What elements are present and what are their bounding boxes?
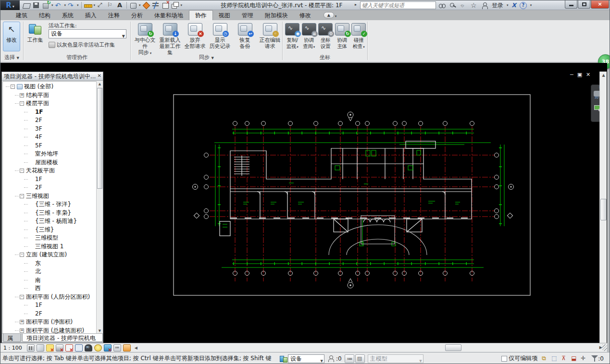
palette-tab[interactable]: 属性 <box>3 334 21 342</box>
ribbon-tab[interactable]: 分析 <box>125 11 149 21</box>
tree-item[interactable]: 三维视图 1 <box>3 243 97 251</box>
select-pinned-icon[interactable] <box>560 355 569 363</box>
ribbon-tab[interactable]: 协作 <box>189 10 213 20</box>
view-restore-button[interactable]: ▣ <box>577 72 582 78</box>
thin-lines-icon[interactable] <box>152 1 160 9</box>
chevron-down-icon[interactable]: ▾ <box>530 3 532 7</box>
tree-item[interactable]: 北 <box>3 267 97 276</box>
tree-item[interactable]: 2F <box>3 116 97 125</box>
gray-inactive-button[interactable] <box>355 354 365 363</box>
tree-expander[interactable]: + <box>20 328 24 333</box>
tree-expander[interactable]: - <box>20 101 24 106</box>
scrollbar-thumb[interactable] <box>97 88 102 189</box>
tree-expander[interactable]: - <box>20 295 24 299</box>
ribbon-tab[interactable]: 修改 <box>294 11 317 21</box>
view-scale-button[interactable]: 1 : 100 <box>3 345 22 351</box>
tree-item[interactable]: 2F <box>3 183 97 192</box>
chevron-down-icon[interactable]: ▾ <box>77 3 79 7</box>
view-close-button[interactable]: ✕ <box>586 72 590 78</box>
restore-button[interactable] <box>578 0 590 9</box>
scroll-up-icon[interactable]: ▲ <box>600 72 607 79</box>
aligned-dimension-icon[interactable] <box>97 1 105 9</box>
close-button[interactable]: × <box>591 0 609 9</box>
save-icon[interactable] <box>32 1 40 9</box>
communication-center-icon[interactable] <box>460 2 467 9</box>
ribbon-button[interactable]: 正在编辑 请求 <box>258 22 282 52</box>
drag-on-selection-icon[interactable] <box>580 355 588 363</box>
tree-expander[interactable]: + <box>20 93 24 97</box>
panel-label[interactable]: 同步 ▼ <box>131 54 282 61</box>
ribbon-tab[interactable]: 插入 <box>79 11 102 21</box>
tree-item[interactable]: {三维} <box>3 226 97 234</box>
close-inactive-windows-icon[interactable] <box>162 1 170 9</box>
tree-item[interactable]: {三维 - 杨雨迪} <box>3 217 97 226</box>
view-minimize-button[interactable]: ─ <box>570 72 573 78</box>
ribbon-tab[interactable]: 附加模块 <box>259 11 294 21</box>
tree-item[interactable]: - 楼层平面 <box>3 99 97 108</box>
crop-view-icon[interactable] <box>65 344 73 352</box>
vertical-scrollbar[interactable]: ▲ ▼ <box>599 72 607 352</box>
tree-expander[interactable]: + <box>20 320 24 324</box>
redo-icon[interactable] <box>67 1 75 9</box>
worksets-button[interactable]: 工作集 <box>25 22 45 52</box>
tree-item[interactable]: - 面积平面 (人防分区面积) <box>3 293 97 302</box>
search-icon[interactable] <box>439 2 446 9</box>
ribbon-button[interactable]: 与中心文件 同步 ▾ <box>133 22 157 52</box>
tree-item[interactable]: {三维 - 李枭} <box>3 209 97 218</box>
ribbon-tab[interactable]: 系统 <box>56 11 79 21</box>
signin-icon[interactable] <box>481 2 488 9</box>
ribbon-button[interactable]: 协调 查阅 ▾ <box>301 22 317 52</box>
chevron-down-icon[interactable]: ▾ <box>94 3 96 7</box>
tree-item[interactable]: - 三维视图 <box>3 192 97 201</box>
filter-icon[interactable] <box>591 355 598 362</box>
select-underlay-icon[interactable] <box>551 355 559 363</box>
tree-item[interactable]: 东 <box>3 259 97 268</box>
collapse-icon[interactable]: ◀ <box>135 346 137 350</box>
ribbon-tab[interactable]: 管理 <box>236 11 259 21</box>
panel-label[interactable]: 选择 ▼ <box>0 54 23 61</box>
tree-item[interactable]: 1F <box>3 301 97 310</box>
open-icon[interactable] <box>23 1 31 9</box>
worksets-dialog-button[interactable] <box>345 354 354 363</box>
close-icon[interactable]: ✕ <box>98 73 101 78</box>
tree-item[interactable]: + 结构平面 <box>3 91 97 100</box>
tree-expander[interactable]: - <box>11 85 15 89</box>
tree-item[interactable]: 5F <box>3 142 97 150</box>
tree-item[interactable]: - 立面 (建筑立面) <box>3 251 97 259</box>
tag-icon[interactable] <box>106 1 114 9</box>
subscription-icon[interactable] <box>449 2 457 9</box>
section-icon[interactable] <box>142 1 150 9</box>
ribbon-tab[interactable]: 体量和场地 <box>149 11 189 21</box>
ribbon-tab[interactable]: 结构 <box>33 11 56 21</box>
visual-style-icon[interactable] <box>37 344 44 352</box>
chevron-down-icon[interactable]: ▾ <box>335 14 337 18</box>
ribbon-button[interactable]: 重新载入 最新工作集 <box>158 22 182 52</box>
gray-inactive-worksets-toggle[interactable]: 以灰色显示非活动工作集 <box>49 41 115 49</box>
editing-requests-icon[interactable] <box>327 355 335 362</box>
temporary-hide-isolate-icon[interactable] <box>85 344 92 352</box>
tree-item[interactable]: 室外地坪 <box>3 150 97 158</box>
tree-item[interactable]: 南 <box>3 276 97 285</box>
text-icon[interactable] <box>116 1 124 9</box>
application-menu-button[interactable]: R▾ <box>0 0 20 11</box>
design-options-select[interactable]: 主模型▼ <box>368 354 423 363</box>
panel-label[interactable]: 坐标 <box>283 54 367 61</box>
tree-expander[interactable]: - <box>20 253 24 257</box>
tree-item[interactable]: 1F <box>3 108 97 117</box>
minimize-button[interactable] <box>565 0 577 9</box>
active-workset-select[interactable]: 设备 ▼ <box>49 29 126 38</box>
tree-item[interactable]: 1F <box>3 175 97 184</box>
switch-windows-icon[interactable] <box>171 1 179 9</box>
tree-item[interactable]: - 视图 (全部) <box>3 83 97 91</box>
search-input[interactable] <box>360 1 436 9</box>
resize-grip[interactable] <box>602 344 607 351</box>
chevron-down-icon[interactable]: ▾ <box>181 3 183 7</box>
ribbon-button[interactable]: 协调 主体 <box>334 22 350 52</box>
chevron-down-icon[interactable]: ▾ <box>139 3 141 7</box>
signin-button[interactable]: 登录 <box>492 1 503 10</box>
infocenter-toggle-icon[interactable]: ▸ <box>355 2 357 7</box>
default-3d-view-icon[interactable] <box>129 1 137 9</box>
help-icon[interactable]: ? <box>520 2 527 9</box>
editable-only-checkbox[interactable] <box>501 356 507 362</box>
shadows-icon[interactable] <box>56 344 63 352</box>
